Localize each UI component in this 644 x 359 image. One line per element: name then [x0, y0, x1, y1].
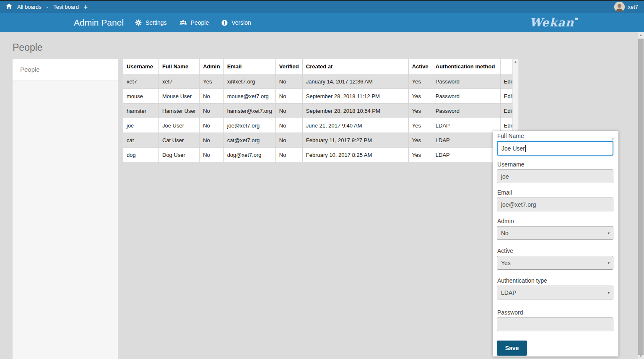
breadcrumb-separator: -	[47, 4, 48, 10]
active-select[interactable]: Yes ▾	[497, 256, 613, 270]
cell-active: Yes	[408, 89, 432, 104]
full-name-field: Full Name Joe User	[497, 133, 613, 156]
email-field: Email	[497, 189, 613, 211]
close-icon[interactable]: ×	[611, 136, 614, 142]
cell-verified: No	[275, 148, 302, 162]
cell-username: xet7	[123, 74, 159, 89]
full-name-label: Full Name	[497, 133, 613, 139]
table-row: dog Dog User No dog@xet7.org No February…	[123, 148, 519, 162]
page-scrollbar[interactable]: ▲ ▼	[638, 32, 644, 359]
admin-select[interactable]: No ▾	[497, 226, 613, 240]
cell-verified: No	[275, 89, 302, 104]
scroll-down-icon[interactable]: ▼	[638, 354, 644, 359]
cell-username: mouse	[123, 89, 159, 104]
full-name-value: Joe User	[501, 145, 525, 152]
cell-email: x@xet7.org	[223, 74, 275, 89]
cell-auth-method: LDAP	[432, 133, 500, 148]
cell-full-name: Cat User	[159, 133, 200, 148]
username-label: Username	[497, 161, 613, 168]
table-row: joe Joe User No joe@xet7.org No June 21,…	[123, 118, 519, 133]
cell-created-at: September 28, 2018 11:12 PM	[302, 89, 408, 104]
active-select-value: Yes	[501, 260, 511, 266]
scroll-up-icon[interactable]: ▲	[513, 59, 518, 65]
save-button[interactable]: Save	[497, 341, 527, 356]
all-boards-link[interactable]: All boards	[17, 4, 42, 10]
table-row: cat Cat User No cat@xet7.org No February…	[123, 133, 519, 148]
users-icon	[179, 20, 187, 26]
auth-type-field: Authentication type LDAP ▾	[497, 277, 613, 299]
cell-admin: No	[200, 148, 223, 162]
cell-email: hamster@xet7.org	[223, 104, 275, 118]
user-name: xet7	[628, 4, 638, 10]
topbar: All boards - Test board + xet7	[0, 0, 644, 13]
auth-type-label: Authentication type	[497, 277, 613, 284]
col-active: Active	[408, 59, 432, 74]
cell-admin: No	[200, 133, 223, 148]
cell-active: Yes	[408, 74, 432, 89]
cell-admin: No	[200, 118, 223, 133]
cell-email: dog@xet7.org	[223, 148, 275, 162]
cell-admin: No	[200, 104, 223, 118]
admin-header: Admin Panel Settings	[0, 13, 644, 32]
cell-auth-method: LDAP	[432, 118, 500, 133]
username-field: Username	[497, 161, 613, 183]
wekan-logo: Wekan	[530, 13, 578, 32]
cell-username: hamster	[123, 104, 159, 118]
cell-username: joe	[123, 118, 159, 133]
active-field: Active Yes ▾	[497, 247, 613, 270]
divider	[493, 305, 618, 305]
user-menu[interactable]: xet7	[614, 2, 638, 12]
col-full-name: Full Name	[159, 59, 200, 74]
cell-active: Yes	[408, 148, 432, 162]
scrollbar-thumb[interactable]	[638, 39, 644, 355]
nav-version[interactable]: Version	[221, 19, 251, 26]
cell-active: Yes	[408, 104, 432, 118]
edit-link[interactable]: Edit	[504, 108, 513, 114]
edit-user-popup: × Full Name Joe User Username Email Admi…	[493, 131, 618, 356]
active-label: Active	[497, 247, 613, 254]
cell-full-name: Dog User	[159, 148, 200, 162]
people-table: Username Full Name Admin Email Verified …	[123, 59, 519, 162]
cell-verified: No	[275, 133, 302, 148]
edit-link[interactable]: Edit	[504, 78, 513, 85]
cell-created-at: January 14, 2017 12:36 AM	[302, 74, 408, 89]
auth-type-select[interactable]: LDAP ▾	[497, 286, 613, 299]
password-input[interactable]	[497, 317, 613, 331]
home-icon[interactable]	[6, 3, 12, 10]
table-row: mouse Mouse User No mouse@xet7.org No Se…	[123, 89, 519, 104]
full-name-input[interactable]: Joe User	[497, 141, 613, 156]
scroll-up-icon[interactable]: ▲	[638, 32, 644, 38]
password-field: Password	[497, 309, 613, 331]
admin-select-value: No	[501, 230, 509, 237]
user-avatar[interactable]	[614, 2, 625, 12]
cell-auth-method: Password	[432, 74, 500, 89]
table-row: hamster Hamster User No hamster@xet7.org…	[123, 104, 519, 118]
wekan-logo-dot-icon	[575, 18, 578, 20]
edit-link[interactable]: Edit	[504, 122, 513, 129]
edit-link[interactable]: Edit	[504, 93, 513, 99]
page-title: People	[13, 42, 43, 53]
cell-auth-method: Password	[432, 89, 500, 104]
board-link[interactable]: Test board	[53, 4, 79, 10]
cell-active: Yes	[408, 118, 432, 133]
cell-email: mouse@xet7.org	[223, 89, 275, 104]
cell-full-name: Joe User	[159, 118, 200, 133]
cell-created-at: June 21, 2017 9:40 AM	[302, 118, 408, 133]
cell-admin: No	[200, 89, 223, 104]
dropdown-arrow-icon: ▾	[608, 231, 610, 235]
cell-auth-method: LDAP	[432, 148, 500, 162]
col-auth-method: Authentication method	[432, 59, 500, 74]
nav-people[interactable]: People	[179, 19, 209, 26]
cell-created-at: February 11, 2017 9:27 PM	[302, 133, 408, 148]
col-email: Email	[223, 59, 275, 74]
nav-settings[interactable]: Settings	[135, 19, 167, 26]
sidebar-item-people[interactable]: People	[13, 59, 118, 81]
col-username: Username	[123, 59, 159, 74]
add-board-icon[interactable]: +	[84, 4, 88, 10]
email-input[interactable]	[497, 198, 613, 211]
cell-created-at: September 28, 2018 10:54 PM	[302, 104, 408, 118]
username-input[interactable]	[497, 169, 613, 183]
cell-full-name: Mouse User	[159, 89, 200, 104]
password-label: Password	[497, 309, 613, 316]
dropdown-arrow-icon: ▾	[608, 291, 610, 295]
